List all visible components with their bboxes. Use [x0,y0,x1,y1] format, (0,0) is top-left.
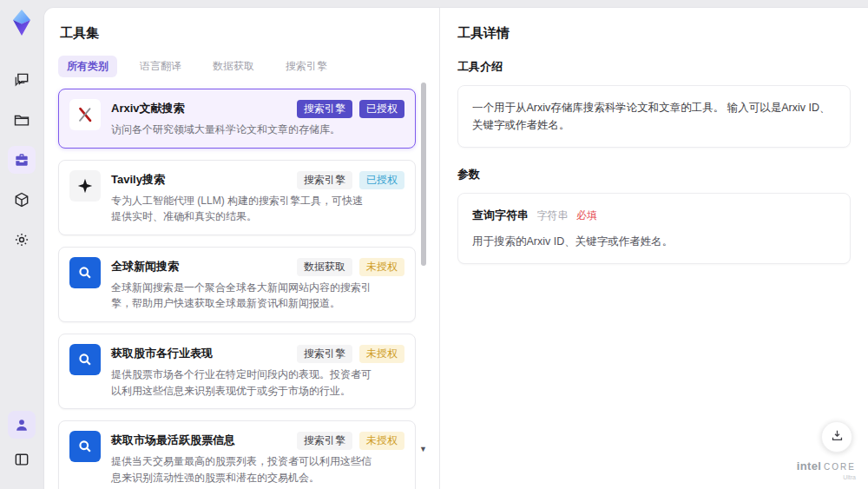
tool-list-item[interactable]: 获取市场最活跃股票信息提供当天交易量最高的股票列表，投资者可以利用这些信息来识别… [58,420,416,489]
intro-heading: 工具介绍 [457,59,851,75]
folder-icon[interactable] [8,106,36,134]
main-card: 工具集 所有类别语言翻译数据获取搜索引擎 Arxiv文献搜索访问各个研究领域大量… [43,7,868,489]
cube-icon[interactable] [8,186,36,214]
status-badge: 未授权 [359,345,404,363]
user-icon[interactable] [8,411,36,439]
param-name: 查询字符串 [472,208,529,221]
search-icon [69,257,101,288]
arxiv-logo-icon [69,99,101,130]
tool-badges: 数据获取未授权 [297,258,404,276]
app-sidebar [0,0,43,489]
tool-description: 全球新闻搜索是一个聚合全球各大新闻网站内容的搜索引擎，帮助用户快速获取全球最新资… [111,280,404,312]
core-brand-text: CORE [824,462,856,472]
category-badge: 搜索引擎 [297,100,352,118]
category-badge: 搜索引擎 [297,171,352,189]
tool-badges: 搜索引擎未授权 [297,432,404,450]
params-heading: 参数 [457,167,851,182]
page-title: 工具集 [60,25,416,42]
param-box: 查询字符串 字符串 必填 用于搜索的Arxiv ID、关键字或作者姓名。 [457,193,851,264]
app-logo-icon [8,9,36,36]
download-icon [830,428,845,446]
ultra-brand-text: Ultra [797,474,856,480]
settings-icon[interactable] [8,226,36,254]
scroll-down-icon[interactable]: ▼ [419,446,427,453]
toolbox-icon[interactable] [8,146,36,174]
tool-badges: 搜索引擎已授权 [297,171,404,189]
param-type: 字符串 [536,209,568,221]
tool-description: 提供股票市场各个行业在特定时间段内的表现。投资者可以利用这些信息来识别表现优于或… [111,367,404,399]
category-badge: 数据获取 [297,258,352,276]
tool-description: 访问各个研究领域大量科学论文和文章的存储库。 [111,122,404,138]
sparkle-icon [69,170,101,202]
intro-text: 一个用于从Arxiv存储库搜索科学论文和文章的工具。 输入可以是Arxiv ID… [472,102,831,131]
tab-3[interactable]: 搜索引擎 [277,56,336,77]
status-badge: 未授权 [359,432,404,450]
tool-list-panel: 工具集 所有类别语言翻译数据获取搜索引擎 Arxiv文献搜索访问各个研究领域大量… [44,8,439,489]
category-badge: 搜索引擎 [297,345,352,363]
intel-brand-text: intel [797,459,821,472]
search-icon [69,344,101,375]
tool-list-item[interactable]: Arxiv文献搜索访问各个研究领域大量科学论文和文章的存储库。搜索引擎已授权 [58,89,416,149]
tool-badges: 搜索引擎未授权 [297,345,404,363]
tool-badges: 搜索引擎已授权 [297,100,404,118]
tool-list-item[interactable]: 获取股市各行业表现提供股票市场各个行业在特定时间段内的表现。投资者可以利用这些信… [58,334,416,409]
tool-description: 提供当天交易量最高的股票列表，投资者可以利用这些信息来识别流动性强的股票和潜在的… [111,453,404,486]
tab-2[interactable]: 数据获取 [204,56,263,77]
tool-list-item[interactable]: Tavily搜索专为人工智能代理 (LLM) 构建的搜索引擎工具，可快速提供实时… [58,160,416,235]
details-title: 工具详情 [457,25,851,42]
intro-box: 一个用于从Arxiv存储库搜索科学论文和文章的工具。 输入可以是Arxiv ID… [457,85,851,148]
scrollbar-thumb[interactable] [421,83,426,266]
tab-1[interactable]: 语言翻译 [131,56,190,77]
tool-description: 专为人工智能代理 (LLM) 构建的搜索引擎工具，可快速提供实时、准确和真实的结… [111,193,404,225]
tool-list-item[interactable]: 全球新闻搜索全球新闻搜索是一个聚合全球各大新闻网站内容的搜索引擎，帮助用户快速获… [58,247,416,322]
status-badge: 未授权 [359,258,404,276]
status-badge: 已授权 [359,171,404,189]
download-button[interactable] [821,421,852,453]
sidebar-bottom [8,411,36,480]
tool-list: Arxiv文献搜索访问各个研究领域大量科学论文和文章的存储库。搜索引擎已授权Ta… [58,89,416,489]
panel-layout-icon[interactable] [8,446,36,473]
category-badge: 搜索引擎 [297,432,352,450]
param-required-badge: 必填 [576,209,597,221]
search-icon [69,431,101,462]
tool-details-panel: 工具详情 工具介绍 一个用于从Arxiv存储库搜索科学论文和文章的工具。 输入可… [439,8,868,489]
tab-all-categories[interactable]: 所有类别 [58,56,117,77]
category-tabs: 所有类别语言翻译数据获取搜索引擎 [58,56,416,77]
param-description: 用于搜索的Arxiv ID、关键字或作者姓名。 [472,233,836,250]
chat-icon[interactable] [8,66,36,94]
param-head: 查询字符串 字符串 必填 [472,207,836,225]
intel-core-logo: intelCORE Ultra [797,459,856,480]
status-badge: 已授权 [359,100,404,118]
